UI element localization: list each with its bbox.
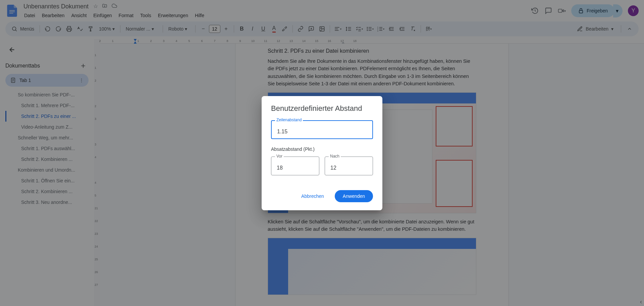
after-input[interactable] — [325, 157, 373, 175]
para-spacing-title: Absatzabstand (Pkt.) — [271, 146, 373, 152]
after-label: Nach — [329, 154, 341, 159]
cancel-button[interactable]: Abbrechen — [293, 190, 332, 202]
before-label: Vor — [275, 154, 284, 159]
line-spacing-input[interactable] — [271, 120, 373, 139]
custom-spacing-dialog: Benutzerdefinierter Abstand Zeilenabstan… — [262, 96, 382, 210]
line-spacing-label: Zeilenabstand — [275, 118, 303, 122]
before-input[interactable] — [271, 157, 319, 175]
dialog-title: Benutzerdefinierter Abstand — [271, 104, 373, 113]
modal-overlay[interactable]: Benutzerdefinierter Abstand Zeilenabstan… — [0, 0, 644, 306]
apply-button[interactable]: Anwenden — [335, 190, 373, 202]
